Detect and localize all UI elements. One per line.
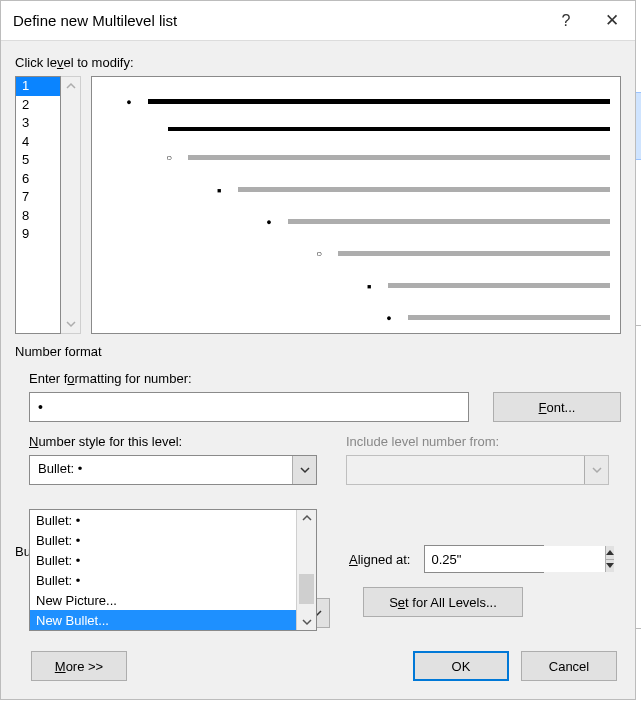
level-item[interactable]: 4 xyxy=(16,133,60,152)
titlebar: Define new Multilevel list ? ✕ xyxy=(1,1,635,41)
hollow-bullet-icon xyxy=(312,247,326,259)
include-level-value xyxy=(347,456,584,484)
help-button[interactable]: ? xyxy=(543,1,589,41)
chevron-down-icon xyxy=(592,465,602,475)
number-style-label: Number style for this level: xyxy=(29,434,318,449)
level-item[interactable]: 8 xyxy=(16,207,60,226)
spin-up-button[interactable] xyxy=(605,546,614,560)
chevron-up-icon xyxy=(302,513,312,523)
square-bullet-icon xyxy=(362,279,376,291)
dropdown-item[interactable]: Bullet: • xyxy=(30,570,296,590)
number-style-combo-arrow[interactable] xyxy=(292,456,316,484)
level-item[interactable]: 5 xyxy=(16,151,60,170)
preview-line xyxy=(102,151,610,163)
number-style-dropdown[interactable]: Bullet: •Bullet: •Bullet: •Bullet: •New … xyxy=(29,509,317,631)
dropdown-item[interactable]: Bullet: • xyxy=(30,550,296,570)
help-icon: ? xyxy=(562,12,571,30)
aligned-at-spinner[interactable] xyxy=(424,545,544,573)
level-item[interactable]: 1 xyxy=(16,77,60,96)
number-format-input[interactable]: • xyxy=(29,392,469,422)
preview-line xyxy=(102,311,610,323)
font-button[interactable]: Font... xyxy=(493,392,621,422)
chevron-up-icon xyxy=(606,550,614,555)
preview-bar xyxy=(288,219,610,224)
close-icon: ✕ xyxy=(605,10,619,31)
chevron-down-icon xyxy=(302,617,312,627)
aligned-at-input[interactable] xyxy=(425,546,605,572)
preview-line xyxy=(102,127,610,131)
level-item[interactable]: 3 xyxy=(16,114,60,133)
preview-bar xyxy=(388,283,610,288)
include-level-combo-arrow xyxy=(584,456,608,484)
dropdown-item[interactable]: Bullet: • xyxy=(30,530,296,550)
dialog-title: Define new Multilevel list xyxy=(13,12,543,29)
square-bullet-icon xyxy=(212,183,226,195)
ok-button[interactable]: OK xyxy=(413,651,509,681)
level-item[interactable]: 7 xyxy=(16,188,60,207)
level-list-wrap: 123456789 xyxy=(15,76,81,334)
enter-formatting-label: Enter formatting for number: xyxy=(29,371,621,386)
dropdown-item[interactable]: New Bullet... xyxy=(30,610,296,630)
preview-line xyxy=(102,183,610,195)
preview-line xyxy=(102,279,610,291)
hollow-bullet-icon xyxy=(162,151,176,163)
fill-bullet-icon xyxy=(122,95,136,107)
level-item[interactable]: 6 xyxy=(16,170,60,189)
fill-bullet-icon xyxy=(382,311,396,323)
close-button[interactable]: ✕ xyxy=(589,1,635,41)
more-button[interactable]: More >> xyxy=(31,651,127,681)
number-format-value: • xyxy=(38,399,43,415)
level-item[interactable]: 2 xyxy=(16,96,60,115)
edge-artifact xyxy=(636,325,641,326)
level-item[interactable]: 9 xyxy=(16,225,60,244)
include-level-combo xyxy=(346,455,609,485)
level-list-scrollbar[interactable] xyxy=(61,76,81,334)
chevron-down-icon xyxy=(606,563,614,568)
preview-line xyxy=(102,247,610,259)
preview-bar xyxy=(238,187,610,192)
set-for-all-levels-button[interactable]: Set for All Levels... xyxy=(363,587,523,617)
click-level-label: Click level to modify: xyxy=(15,55,621,70)
preview-bar xyxy=(168,127,610,131)
preview-bar xyxy=(148,99,610,104)
number-style-combo[interactable]: Bullet: • xyxy=(29,455,317,485)
preview-bar xyxy=(408,315,610,320)
scrollbar-thumb[interactable] xyxy=(299,574,314,604)
include-level-label: Include level number from: xyxy=(346,434,621,449)
dropdown-item[interactable]: New Picture... xyxy=(30,590,296,610)
dropdown-scrollbar[interactable] xyxy=(296,510,316,630)
dropdown-item[interactable]: Bullet: • xyxy=(30,510,296,530)
define-multilevel-list-dialog: Define new Multilevel list ? ✕ Click lev… xyxy=(0,0,636,700)
aligned-at-label: Aligned at: xyxy=(349,552,410,567)
chevron-down-icon xyxy=(66,319,76,329)
list-preview xyxy=(91,76,621,334)
preview-line xyxy=(102,95,610,107)
chevron-down-icon xyxy=(300,465,310,475)
cancel-button[interactable]: Cancel xyxy=(521,651,617,681)
fill-bullet-icon xyxy=(262,215,276,227)
level-listbox[interactable]: 123456789 xyxy=(15,76,61,334)
preview-bar xyxy=(188,155,610,160)
preview-bar xyxy=(338,251,610,256)
edge-artifact xyxy=(636,628,641,629)
chevron-up-icon xyxy=(66,81,76,91)
dialog-footer: More >> OK Cancel xyxy=(1,637,635,699)
number-style-value: Bullet: • xyxy=(30,456,292,484)
preview-line xyxy=(102,215,610,227)
spin-down-button[interactable] xyxy=(605,560,614,573)
number-format-group-label: Number format xyxy=(15,344,621,359)
edge-artifact xyxy=(636,92,641,160)
scrollbar-track[interactable] xyxy=(297,527,316,613)
number-style-dropdown-list[interactable]: Bullet: •Bullet: •Bullet: •Bullet: •New … xyxy=(30,510,296,630)
